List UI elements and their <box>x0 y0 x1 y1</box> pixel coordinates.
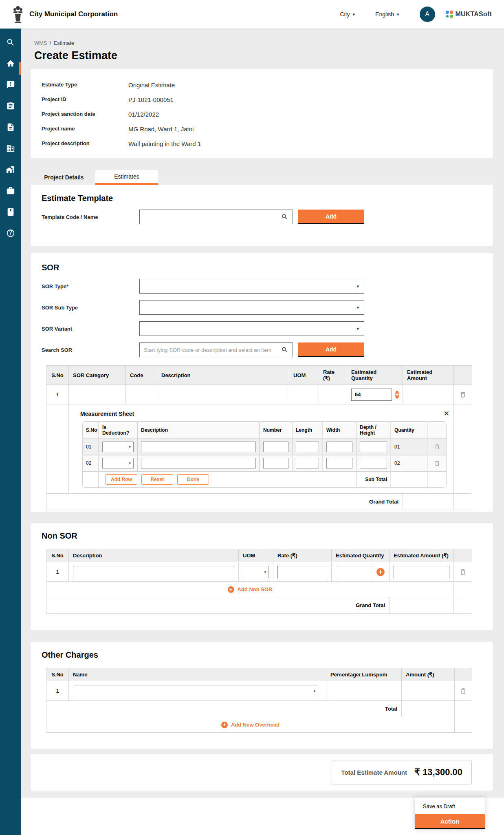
ms-foot-spacer <box>82 471 99 487</box>
other-charges-total-row: Total <box>46 701 472 717</box>
add-non-sor-spacer <box>454 582 472 597</box>
overhead-name-select[interactable]: ▾ <box>74 685 318 697</box>
city-selector[interactable]: City ▾ <box>340 11 355 18</box>
non-sor-amount-input[interactable] <box>394 566 449 578</box>
sanction-date-value: 01/12/2022 <box>128 111 159 118</box>
info-row-project-id: Project ID PJ-1021-000051 <box>31 96 493 111</box>
add-new-overhead-link[interactable]: + Add New Overhead <box>51 722 450 728</box>
info-row-estimate-type: Estimate Type Original Estimate <box>31 82 493 96</box>
delete-icon[interactable] <box>431 460 443 466</box>
estimated-quantity-input[interactable] <box>351 389 392 401</box>
col-actions <box>455 668 472 681</box>
sanction-date-label: Project sanction date <box>42 111 128 117</box>
reset-button[interactable]: Reset <box>141 474 173 485</box>
delete-icon[interactable] <box>431 444 443 450</box>
ms-number-input[interactable] <box>263 442 288 452</box>
non-sor-uom-select[interactable]: ▾ <box>243 566 269 578</box>
delete-icon[interactable] <box>459 687 468 695</box>
ms-col-depth: Depth / Height <box>356 422 391 439</box>
sidebar-item-register[interactable] <box>0 201 21 223</box>
sor-row-uom <box>289 385 319 404</box>
sidebar-item-organisation[interactable] <box>0 138 21 159</box>
sor-table-header: S.No SOR Category Code Description UOM R… <box>46 366 472 385</box>
non-sor-delete-cell <box>454 562 472 582</box>
add-non-sor-link[interactable]: + Add Non SOR <box>51 586 449 593</box>
ms-width-input[interactable] <box>326 458 352 468</box>
tab-estimates[interactable]: Estimates <box>95 170 158 185</box>
announcement-icon <box>6 80 15 89</box>
total-estimate-label: Total Estimate Amount <box>341 769 407 776</box>
brand-name: MUKTASoft <box>456 11 492 18</box>
ms-length-input[interactable] <box>296 458 319 468</box>
sor-add-button[interactable]: Add <box>298 342 364 357</box>
sidebar-item-documents[interactable] <box>0 117 21 138</box>
sidebar-item-search[interactable] <box>0 32 21 53</box>
breadcrumb-wms[interactable]: WMS <box>34 40 47 46</box>
sidebar-item-home[interactable] <box>0 53 21 74</box>
sidebar-item-works[interactable] <box>0 180 21 201</box>
save-as-draft-menu-item[interactable]: Save as Draft <box>415 797 485 814</box>
city-selector-label: City <box>340 11 350 18</box>
col-rate: Rate (₹) <box>319 366 347 385</box>
ms-col-description: Description <box>137 422 260 439</box>
tab-project-details[interactable]: Project Details <box>33 170 95 185</box>
col-uom: UOM <box>289 366 319 385</box>
template-code-row: Template Code / Name Add <box>31 210 493 224</box>
sor-row-rate <box>319 385 347 404</box>
sor-variant-select[interactable]: ▾ <box>139 321 364 336</box>
info-row-sanction-date: Project sanction date 01/12/2022 <box>31 111 493 126</box>
non-sor-description-input[interactable] <box>73 566 234 578</box>
ms-depth-input[interactable] <box>360 442 387 452</box>
col-sno: S.No <box>46 668 69 681</box>
sidebar-item-help[interactable] <box>0 223 21 244</box>
sidebar-item-assignments[interactable] <box>0 95 21 117</box>
non-sor-quantity-input[interactable] <box>336 566 373 578</box>
action-button[interactable]: Action <box>415 814 485 829</box>
other-charges-amount-cell <box>402 681 455 701</box>
ms-length-input[interactable] <box>296 442 319 452</box>
sidebar-item-projects[interactable] <box>0 159 21 180</box>
close-icon[interactable]: ✕ <box>444 409 449 418</box>
breadcrumb-estimate: Estimate <box>53 40 74 46</box>
col-amount: Amount (₹) <box>402 668 455 681</box>
delete-icon[interactable] <box>458 568 468 576</box>
action-popup: Save as Draft Action <box>415 797 485 829</box>
non-sor-rate-input[interactable] <box>277 566 327 578</box>
other-charges-card: Other Charges S.No Name Percentage/ Lums… <box>31 642 493 749</box>
ms-buttons-cell: Add Row Reset Done <box>99 471 356 487</box>
col-estimated-amount: Estimated Amount <box>403 366 454 385</box>
non-sor-row-sno: 1 <box>46 562 69 582</box>
chevron-down-icon: ▾ <box>397 12 399 17</box>
sor-card: SOR SOR Type* ▾ SOR Sub Type ▾ SOR Varia… <box>31 253 493 512</box>
add-measurement-icon[interactable]: + <box>376 568 385 576</box>
measurement-sheet-row: Measurement Sheet ✕ S.No Is Deduction? D… <box>46 404 472 494</box>
delete-icon[interactable] <box>458 391 468 398</box>
ms-width-input[interactable] <box>326 442 352 452</box>
sor-sub-type-select[interactable]: ▾ <box>139 300 364 315</box>
ms-col-quantity: Quantity <box>391 422 428 439</box>
project-name-value: MG Road, Ward 1, Jatni <box>128 126 194 133</box>
add-measurement-icon[interactable]: + <box>395 391 399 399</box>
ms-description-input[interactable] <box>141 458 256 468</box>
breadcrumb: WMS/Estimate <box>34 40 504 46</box>
is-deduction-select[interactable]: ▾ <box>102 458 134 468</box>
sor-type-select[interactable]: ▾ <box>139 279 364 294</box>
project-description-label: Project description <box>42 140 128 146</box>
is-deduction-select[interactable]: ▾ <box>102 442 134 452</box>
other-charges-header: S.No Name Percentage/ Lumspum Amount (₹) <box>46 668 472 681</box>
template-add-button[interactable]: Add <box>298 210 364 224</box>
avatar[interactable]: A <box>420 7 435 22</box>
language-selector[interactable]: English ▾ <box>375 11 399 18</box>
ms-number-input[interactable] <box>263 458 288 468</box>
template-code-input[interactable] <box>140 210 281 224</box>
done-button[interactable]: Done <box>177 474 209 485</box>
col-code: Code <box>126 366 157 385</box>
ms-header: S.No Is Deduction? Description Number Le… <box>82 422 446 439</box>
col-description: Description <box>69 549 239 562</box>
ms-depth-input[interactable] <box>360 458 387 468</box>
sidebar-item-announcements[interactable] <box>0 74 21 95</box>
add-row-button[interactable]: Add Row <box>106 474 137 485</box>
ms-description-input[interactable] <box>141 442 256 452</box>
search-sor-input[interactable] <box>140 343 281 357</box>
home-work-icon <box>6 165 15 174</box>
